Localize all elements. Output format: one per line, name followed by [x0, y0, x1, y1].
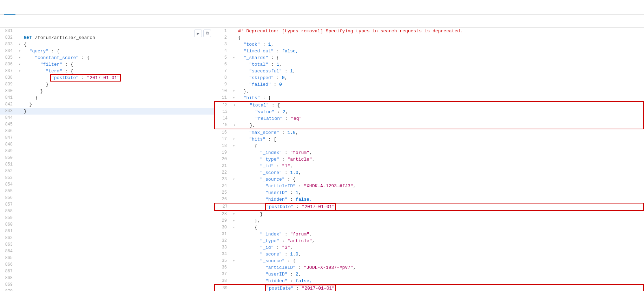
run-button[interactable]: ▶ [194, 30, 202, 37]
editor-line-838: 838 "postDate" : "2017-01-01" [0, 75, 214, 81]
output-line-21: 21 "_id" : "1", [214, 163, 644, 169]
line-gutter[interactable]: ▾ [17, 48, 22, 54]
help-button[interactable] [21, 20, 24, 23]
output-panel: 1#! Deprecation: [types removal] Specify… [214, 28, 644, 291]
output-line-4: 4 "timed_out" : false, [214, 48, 644, 54]
line-number: 853 [0, 175, 17, 181]
tab-grok-debugger[interactable] [27, 7, 38, 15]
copy-button[interactable]: ⧉ [203, 30, 211, 37]
line-number: 14 [215, 115, 232, 122]
editor-line-863: 863 [0, 241, 214, 248]
line-content: "max_score" : 1.0, [237, 129, 644, 136]
line-gutter[interactable]: ▾ [17, 68, 22, 75]
line-content: "articleID" : "JODL-X-1937-#pV7", [237, 264, 644, 271]
line-number: 13 [215, 109, 232, 115]
line-number: 855 [0, 188, 17, 195]
output-line-33: 33 "_id" : "3", [214, 244, 644, 251]
line-number: 836 [0, 61, 17, 68]
line-gutter[interactable]: ▾ [231, 176, 237, 183]
line-number: 867 [0, 268, 17, 275]
line-gutter[interactable]: ▾ [231, 136, 237, 143]
line-number: 852 [0, 168, 17, 175]
line-number: 842 [0, 101, 17, 108]
line-number: 29 [214, 218, 231, 224]
history-button[interactable] [4, 20, 7, 23]
editor-line-841: 841 } [0, 95, 214, 101]
line-number: 37 [214, 271, 231, 278]
deprecation-comment: #! Deprecation: [types removal] Specifyi… [238, 28, 463, 34]
line-number: 866 [0, 261, 17, 268]
line-gutter[interactable]: ▾ [231, 224, 237, 231]
line-gutter[interactable]: ▾ [17, 54, 22, 61]
line-content: "hits" : { [237, 95, 644, 101]
output-line-32: 32 "_type" : "article", [214, 238, 644, 244]
line-gutter[interactable]: ▾ [231, 218, 237, 224]
output-line-9: 9 "failed" : 0 [214, 81, 644, 88]
line-content: "timed_out" : false, [237, 48, 644, 54]
line-number: 35 [214, 258, 231, 264]
toolbar [0, 15, 644, 28]
line-number: 30 [214, 224, 231, 231]
editor-line-866: 866 [0, 261, 214, 268]
output-line-18: 18▾ { [214, 143, 644, 149]
editor-code-area[interactable]: 831832GET /forum/article/_search833▾{834… [0, 28, 214, 291]
line-gutter[interactable]: ▾ [232, 102, 237, 109]
line-number: 869 [0, 282, 17, 288]
line-content: "postDate" : "2017-01-01" [22, 75, 214, 81]
output-line-34: 34 "_score" : 1.0, [214, 251, 644, 258]
line-content: "relation" : "eq" [237, 115, 643, 122]
output-line-24: 24 "articleID" : "XHDK-A-1293-#fJ3", [214, 183, 644, 189]
line-content: { [22, 41, 214, 48]
editor-line-854: 854 [0, 181, 214, 188]
line-gutter[interactable]: ▾ [231, 258, 237, 264]
line-gutter[interactable]: ▾ [17, 61, 22, 68]
editor-line-846: 846 [0, 128, 214, 135]
editor-line-859: 859 [0, 215, 214, 221]
line-number: 38 [214, 278, 231, 284]
line-number: 850 [0, 155, 17, 161]
line-content: } [22, 88, 214, 95]
line-number: 839 [0, 81, 17, 88]
line-content: "failed" : 0 [237, 81, 644, 88]
output-line-30: 30▾ { [214, 224, 644, 231]
editor-line-865: 865 [0, 255, 214, 261]
output-line-2: 2{ [214, 34, 644, 41]
editor-line-858: 858 [0, 208, 214, 215]
line-content: #! Deprecation: [types removal] Specifyi… [237, 28, 644, 34]
line-content: "_id" : "1", [237, 163, 644, 169]
line-content: "_score" : 1.0, [237, 251, 644, 258]
tab-console[interactable] [4, 7, 15, 15]
line-number: 859 [0, 215, 17, 221]
line-gutter[interactable]: ▾ [17, 41, 22, 48]
output-code-area[interactable]: 1#! Deprecation: [types removal] Specify… [214, 28, 644, 291]
line-number: 838 [0, 75, 17, 81]
editor-line-845: 845 [0, 121, 214, 128]
line-gutter[interactable]: ▾ [231, 54, 237, 61]
line-number: 33 [214, 244, 231, 251]
line-content: "successful" : 1, [237, 68, 644, 75]
editor-line-870: 870 [0, 288, 214, 291]
settings-button[interactable] [13, 20, 15, 23]
line-number: 870 [0, 288, 17, 291]
line-gutter[interactable]: ▾ [231, 143, 237, 149]
output-line-25: 25 "userID" : 1, [214, 189, 644, 196]
line-gutter[interactable]: ▾ [231, 88, 237, 95]
output-line-27: 27 "postDate" : "2017-01-01" [214, 203, 644, 211]
line-gutter[interactable]: ▾ [232, 122, 237, 129]
line-number: 851 [0, 161, 17, 168]
line-gutter[interactable]: ▾ [231, 211, 237, 218]
line-gutter[interactable]: ▾ [231, 95, 237, 101]
line-content: "hidden" : false, [237, 278, 644, 284]
line-content: "_source" : { [237, 258, 644, 264]
line-number: 847 [0, 135, 17, 141]
line-number: 9 [214, 81, 231, 88]
line-number: 39 [215, 285, 232, 291]
line-number: 849 [0, 148, 17, 155]
line-number: 856 [0, 195, 17, 201]
line-content: } [22, 95, 214, 101]
editor-line-862: 862 [0, 235, 214, 241]
tab-search-profiler[interactable] [15, 7, 27, 15]
output-line-3: 3 "took" : 1, [214, 41, 644, 48]
line-content: "_score" : 1.0, [237, 169, 644, 176]
line-number: 844 [0, 115, 17, 121]
